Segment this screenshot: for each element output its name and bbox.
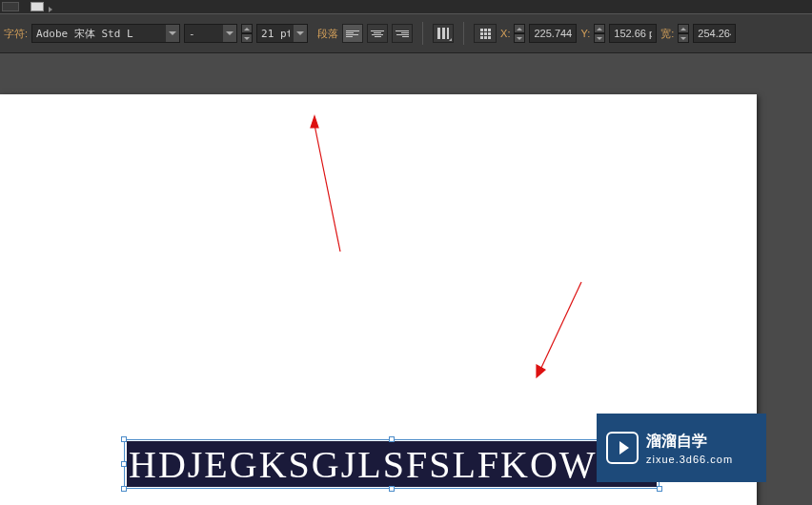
selected-text-frame[interactable]: HDJEGKSGJLSFSLFKOWEJE xyxy=(124,439,660,489)
stepper-down-icon[interactable] xyxy=(594,33,605,43)
menu-handle[interactable] xyxy=(2,2,19,11)
align-center-button[interactable] xyxy=(367,24,388,43)
x-label: X: xyxy=(500,28,510,39)
columns-button[interactable] xyxy=(433,24,454,43)
pages-icon[interactable] xyxy=(30,2,44,11)
font-family-input[interactable] xyxy=(32,28,166,40)
font-size-input[interactable] xyxy=(257,28,294,40)
stepper-down-icon[interactable] xyxy=(678,33,689,43)
watermark-badge: 溜溜自学 zixue.3d66.com xyxy=(597,414,766,482)
chevron-down-icon[interactable] xyxy=(166,25,179,42)
chevron-down-icon[interactable] xyxy=(294,25,307,42)
resize-handle-bl[interactable] xyxy=(121,486,127,492)
stepper-up-icon[interactable] xyxy=(678,24,689,33)
chevron-down-icon[interactable] xyxy=(223,25,236,42)
align-left-button[interactable] xyxy=(342,24,363,43)
x-stepper[interactable] xyxy=(514,24,525,43)
canvas-area[interactable]: HDJEGKSGJLSFSLFKOWEJE 溜溜自学 zixue.3d66.co… xyxy=(0,53,812,505)
resize-handle-ml[interactable] xyxy=(121,461,127,467)
selection-border xyxy=(124,439,660,489)
watermark-title: 溜溜自学 xyxy=(646,432,733,452)
resize-handle-br[interactable] xyxy=(657,486,662,492)
font-size-stepper[interactable] xyxy=(241,24,253,43)
svg-marker-1 xyxy=(311,116,318,128)
divider xyxy=(422,22,423,45)
stepper-down-icon[interactable] xyxy=(241,33,253,43)
w-input[interactable] xyxy=(693,24,736,43)
resize-handle-tl[interactable] xyxy=(121,436,127,442)
stepper-up-icon[interactable] xyxy=(514,24,525,33)
resize-handle-tm[interactable] xyxy=(389,436,395,442)
svg-line-0 xyxy=(315,125,340,252)
w-stepper[interactable] xyxy=(678,24,689,43)
align-right-button[interactable] xyxy=(392,24,413,43)
w-label: 宽: xyxy=(660,27,674,41)
play-icon xyxy=(606,432,639,464)
x-input[interactable] xyxy=(529,24,577,43)
annotation-arrow-1 xyxy=(305,109,353,261)
control-toolbar: 字符: 段落 X: Y: xyxy=(0,13,812,53)
font-style-dropdown[interactable] xyxy=(184,24,237,43)
stepper-up-icon[interactable] xyxy=(241,24,253,33)
font-family-dropdown[interactable] xyxy=(31,24,180,43)
stepper-up-icon[interactable] xyxy=(594,24,605,33)
y-input[interactable] xyxy=(609,24,657,43)
watermark-url: zixue.3d66.com xyxy=(646,454,733,465)
paragraph-label: 段落 xyxy=(317,27,338,41)
divider xyxy=(463,22,464,45)
character-label: 字符: xyxy=(4,27,28,41)
svg-line-2 xyxy=(540,282,581,370)
y-label: Y: xyxy=(580,28,590,39)
svg-marker-3 xyxy=(537,365,545,377)
top-menu-strip xyxy=(0,0,812,13)
font-style-input[interactable] xyxy=(185,28,223,40)
font-size-dropdown[interactable] xyxy=(256,24,308,43)
y-stepper[interactable] xyxy=(594,24,605,43)
annotation-arrow-2 xyxy=(529,280,586,385)
resize-handle-bm[interactable] xyxy=(389,486,395,492)
stepper-down-icon[interactable] xyxy=(514,33,525,43)
reference-point-button[interactable] xyxy=(474,24,497,43)
